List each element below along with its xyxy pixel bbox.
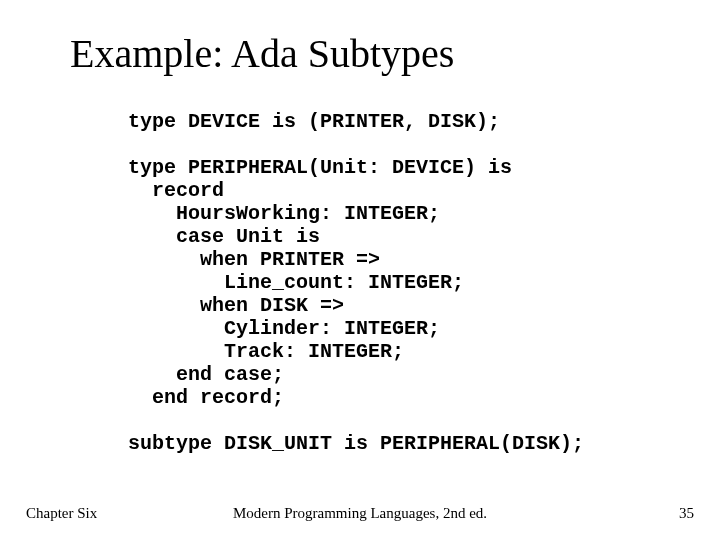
slide: Example: Ada Subtypes type DEVICE is (PR… [0,0,720,540]
footer-page-number: 35 [679,505,694,522]
code-block: type DEVICE is (PRINTER, DISK); type PER… [128,110,584,455]
footer-book-title: Modern Programming Languages, 2nd ed. [0,505,720,522]
slide-title: Example: Ada Subtypes [70,30,454,77]
